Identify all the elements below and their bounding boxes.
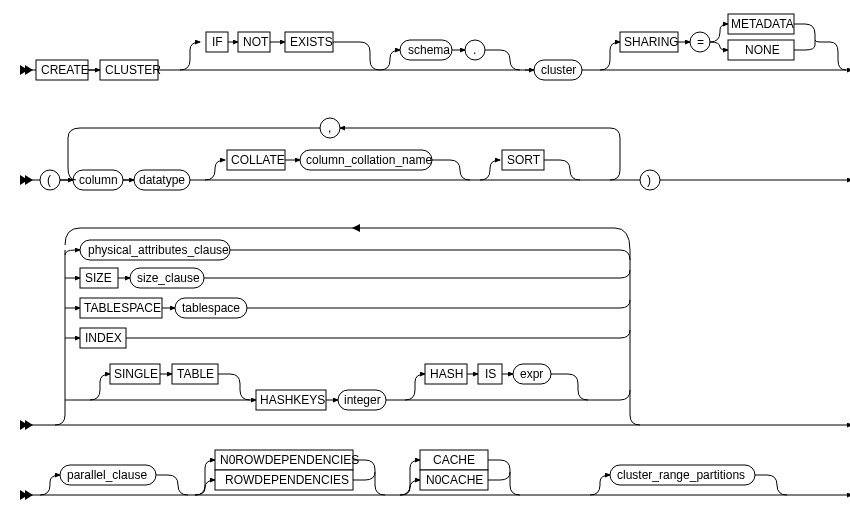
svg-text:SORT: SORT	[507, 153, 541, 167]
svg-text:SINGLE: SINGLE	[114, 367, 158, 381]
svg-text:CREATE: CREATE	[41, 63, 89, 77]
svg-text:IS: IS	[485, 367, 496, 381]
section-2-columns: ( column datatype COLLATE column_collati…	[20, 118, 850, 190]
svg-text:N0ROWDEPENDENCIES: N0ROWDEPENDENCIES	[220, 453, 359, 467]
svg-text:HASHKEYS: HASHKEYS	[260, 393, 325, 407]
svg-text:(: (	[47, 173, 51, 187]
svg-text:column: column	[79, 173, 118, 187]
svg-text:integer: integer	[344, 393, 381, 407]
svg-text:HASH: HASH	[430, 367, 463, 381]
svg-text:physical_attributes_clause: physical_attributes_clause	[88, 243, 229, 257]
svg-text:=: =	[697, 35, 704, 49]
svg-text:NOT: NOT	[243, 35, 269, 49]
svg-text:schema: schema	[408, 43, 450, 57]
svg-text:tablespace: tablespace	[182, 301, 240, 315]
svg-text:TABLESPACE: TABLESPACE	[84, 301, 161, 315]
svg-text:COLLATE: COLLATE	[231, 153, 285, 167]
svg-text:TABLE: TABLE	[177, 367, 214, 381]
section-3-options: physical_attributes_clause SIZE size_cla…	[20, 224, 850, 430]
section-4-tail: parallel_clause N0ROWDEPENDENCIES ROWDEP…	[20, 450, 850, 500]
section-1-create: CREATE CLUSTER IF NOT EXISTS schema . cl…	[20, 14, 850, 80]
svg-text:expr: expr	[520, 367, 543, 381]
svg-text:cluster: cluster	[541, 63, 576, 77]
svg-text:datatype: datatype	[139, 173, 185, 187]
svg-text:): )	[647, 173, 651, 187]
svg-text:INDEX: INDEX	[85, 331, 122, 345]
svg-text:size_clause: size_clause	[137, 271, 200, 285]
svg-text:,: ,	[328, 121, 331, 135]
svg-text:SIZE: SIZE	[85, 271, 112, 285]
svg-text:cluster_range_partitions: cluster_range_partitions	[617, 468, 745, 482]
svg-text:parallel_clause: parallel_clause	[67, 468, 147, 482]
svg-text:ROWDEPENDENCIES: ROWDEPENDENCIES	[225, 473, 349, 487]
svg-marker-39	[352, 224, 360, 232]
svg-text:CACHE: CACHE	[433, 453, 475, 467]
svg-text:IF: IF	[212, 35, 223, 49]
svg-text:column_collation_name: column_collation_name	[306, 153, 432, 167]
svg-text:METADATA: METADATA	[731, 17, 794, 31]
svg-text:SHARING: SHARING	[624, 35, 679, 49]
svg-text:CLUSTER: CLUSTER	[105, 63, 161, 77]
svg-text:NONE: NONE	[745, 43, 780, 57]
svg-text:.: .	[473, 43, 476, 57]
svg-text:EXISTS: EXISTS	[290, 35, 333, 49]
svg-text:N0CACHE: N0CACHE	[426, 473, 483, 487]
